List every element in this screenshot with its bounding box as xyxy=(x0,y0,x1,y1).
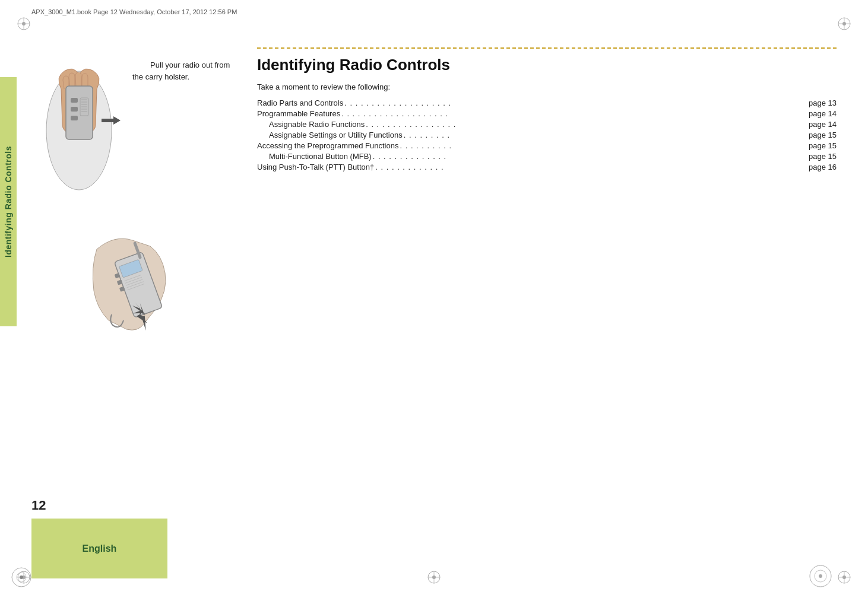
toc-dots: . . . . . . . . . . . . . xyxy=(375,163,807,171)
side-tab: Identifying Radio Controls xyxy=(0,77,17,326)
svg-point-25 xyxy=(20,575,23,579)
toc-page: page 13 xyxy=(809,98,837,107)
svg-rect-30 xyxy=(71,116,78,120)
decorative-circle-br xyxy=(809,564,832,588)
reg-mark-tr xyxy=(837,17,851,31)
file-info: APX_3000_M1.book Page 12 Wednesday, Octo… xyxy=(31,8,237,15)
bottom-tab-label: English xyxy=(83,543,117,554)
toc-item: Assignable Radio Functions. . . . . . . … xyxy=(257,120,837,129)
instruction-text: Pull your radio out from the carry holst… xyxy=(132,61,230,81)
radio-illustration-bottom xyxy=(79,220,198,356)
toc-dots: . . . . . . . . . . . . . . . . . . . . xyxy=(341,109,807,118)
svg-rect-29 xyxy=(71,107,78,112)
right-content-area: Identifying Radio Controls Take a moment… xyxy=(233,36,837,506)
toc-dots: . . . . . . . . . . . . . . . . . . . . xyxy=(344,98,807,107)
main-content: Pull your radio out from the carry holst… xyxy=(31,36,837,506)
reg-mark-bc xyxy=(427,570,441,584)
toc-dots: . . . . . . . . . . . . . . xyxy=(373,152,807,161)
toc-item: Accessing the Preprogrammed Functions. .… xyxy=(257,141,837,150)
toc-item: Multi-Functional Button (MFB). . . . . .… xyxy=(257,152,837,161)
toc-page: page 15 xyxy=(809,131,837,139)
toc-page: page 15 xyxy=(809,141,837,150)
toc-label: Assignable Settings or Utility Functions xyxy=(269,131,403,139)
illustration-area: Pull your radio out from the carry holst… xyxy=(31,36,233,506)
toc-page: page 15 xyxy=(809,152,837,161)
toc-label: Using Push-To-Talk (PTT) Button† xyxy=(257,163,374,171)
reg-mark-tl xyxy=(17,17,31,31)
toc-page: page 16 xyxy=(809,163,837,171)
toc-label: Radio Parts and Controls xyxy=(257,98,343,107)
section-title: Identifying Radio Controls xyxy=(257,56,837,74)
toc-item: Programmable Features . . . . . . . . . … xyxy=(257,109,837,118)
dashed-separator xyxy=(257,47,837,49)
toc-dots: . . . . . . . . . . . . . . . . . xyxy=(366,120,807,129)
svg-point-22 xyxy=(819,574,822,578)
bottom-tab: English xyxy=(31,519,167,578)
toc-label: Accessing the Preprogrammed Functions xyxy=(257,141,398,150)
toc-item: Radio Parts and Controls. . . . . . . . … xyxy=(257,98,837,107)
intro-text: Take a moment to review the following: xyxy=(257,82,837,91)
toc-list: Radio Parts and Controls. . . . . . . . … xyxy=(257,98,837,171)
toc-item: Assignable Settings or Utility Functions… xyxy=(257,131,837,139)
toc-label: Multi-Functional Button (MFB) xyxy=(269,152,372,161)
decorative-circle-bl xyxy=(11,567,32,588)
svg-rect-28 xyxy=(71,98,78,103)
toc-label: Programmable Features xyxy=(257,109,340,118)
toc-label: Assignable Radio Functions xyxy=(269,120,365,129)
toc-page: page 14 xyxy=(809,109,837,118)
toc-dots: . . . . . . . . . . xyxy=(400,141,807,150)
toc-page: page 14 xyxy=(809,120,837,129)
radio-illustration-top xyxy=(31,53,126,202)
reg-mark-br xyxy=(837,570,851,584)
toc-dots: . . . . . . . . . xyxy=(404,131,807,139)
toc-item: Using Push-To-Talk (PTT) Button† . . . .… xyxy=(257,163,837,171)
side-tab-label: Identifying Radio Controls xyxy=(4,146,13,257)
